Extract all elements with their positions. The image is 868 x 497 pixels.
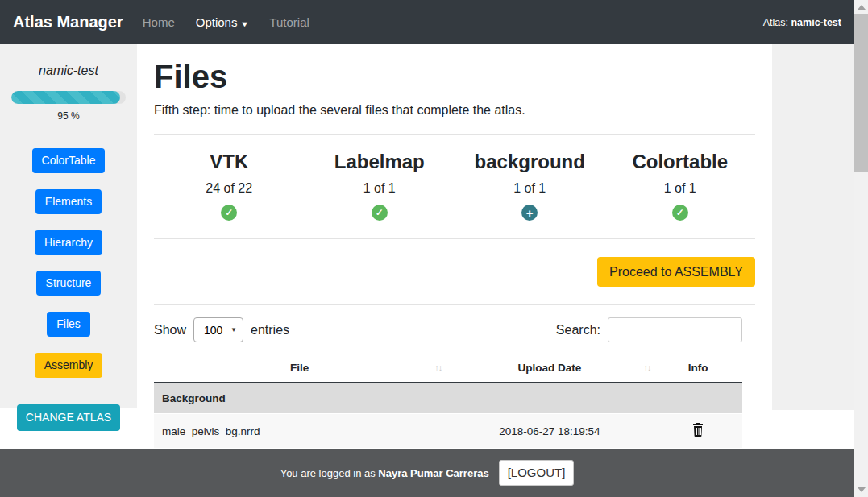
search-input[interactable] <box>608 317 742 342</box>
scroll-up-arrow-icon[interactable] <box>858 5 866 10</box>
sort-icon: ↑↓ <box>643 362 650 372</box>
change-atlas-button[interactable]: CHANGE ATLAS <box>17 404 120 431</box>
trash-icon <box>692 423 704 437</box>
scroll-down-arrow-icon[interactable] <box>858 487 866 492</box>
stat-labelmap: Labelmap 1 of 1 ✓ <box>305 151 455 221</box>
show-label: Show <box>154 323 186 338</box>
file-name-cell: male_pelvis_bg.nrrd <box>154 414 445 449</box>
column-header-file[interactable]: File↑↓ <box>154 354 445 383</box>
login-status-text: You are logged in as Nayra Pumar Carrera… <box>280 467 489 479</box>
stat-count: 1 of 1 <box>605 181 756 196</box>
logout-button[interactable]: [LOGOUT] <box>499 460 575 486</box>
progress-percent-label: 95 % <box>0 110 137 122</box>
progress-bar <box>11 91 126 104</box>
table-group-row-background: Background <box>154 383 742 414</box>
current-atlas-status: Atlas: namic-test <box>763 17 841 28</box>
app-brand[interactable]: Atlas Manager <box>13 13 123 31</box>
stat-count: 1 of 1 <box>305 181 455 196</box>
stat-title: Labelmap <box>305 151 455 173</box>
sidebar-button-elements[interactable]: Elements <box>35 189 102 214</box>
sidebar-button-structure[interactable]: Structure <box>36 271 102 296</box>
delete-file-button[interactable] <box>692 423 704 437</box>
sidebar-divider <box>19 135 118 135</box>
table-row: male_pelvis_bg.nrrd 2018-06-27 18:19:54 <box>154 414 742 449</box>
upload-date-cell: 2018-06-27 18:19:54 <box>445 414 654 449</box>
sort-icon: ↑↓ <box>434 362 442 372</box>
progress-bar-fill <box>11 91 120 104</box>
sidebar-button-hierarchy[interactable]: Hierarchy <box>35 230 102 255</box>
main-content: Files Fifth step: time to upload the sev… <box>137 44 772 479</box>
logged-in-user-name: Nayra Pumar Carreras <box>378 467 488 479</box>
stat-title: background <box>455 151 605 173</box>
page-subtitle: Fifth step: time to upload the several f… <box>154 103 755 118</box>
file-type-stats: VTK 24 of 22 ✓ Labelmap 1 of 1 ✓ backgro… <box>154 135 755 238</box>
stat-count: 1 of 1 <box>455 181 605 196</box>
chevron-down-icon: ▼ <box>240 20 250 28</box>
sidebar-button-files[interactable]: Files <box>47 312 90 337</box>
check-circle-icon: ✓ <box>672 205 688 221</box>
vertical-scrollbar[interactable] <box>854 0 868 497</box>
stat-title: VTK <box>154 151 305 173</box>
divider <box>154 304 755 305</box>
check-circle-icon: ✓ <box>372 205 388 221</box>
stat-colortable: Colortable 1 of 1 ✓ <box>605 151 756 221</box>
sidebar-divider-bottom <box>19 391 118 391</box>
stat-background: background 1 of 1 + <box>455 151 605 221</box>
nav-item-options[interactable]: Options▼ <box>196 15 249 29</box>
table-controls: Show 100 ▼ entries Search: <box>154 317 755 342</box>
stat-vtk: VTK 24 of 22 ✓ <box>154 151 305 221</box>
stat-title: Colortable <box>605 151 756 173</box>
top-navbar: Atlas Manager Home Options▼ Tutorial Atl… <box>0 0 854 44</box>
search-label: Search: <box>556 323 600 338</box>
footer: You are logged in as Nayra Pumar Carrera… <box>0 449 854 497</box>
column-header-info: Info <box>654 354 742 383</box>
scrollbar-thumb[interactable] <box>854 14 868 172</box>
right-spacer-panel <box>772 44 854 410</box>
page-title: Files <box>154 59 755 95</box>
entries-label: entries <box>251 323 289 338</box>
nav-item-home[interactable]: Home <box>143 15 175 29</box>
sidebar: namic-test 95 % ColorTable Elements Hier… <box>0 44 137 408</box>
sidebar-atlas-name: namic-test <box>0 44 137 78</box>
nav-item-tutorial[interactable]: Tutorial <box>269 15 309 29</box>
sidebar-button-colortable[interactable]: ColorTable <box>32 148 106 173</box>
plus-circle-icon[interactable]: + <box>521 205 538 221</box>
check-circle-icon: ✓ <box>221 205 237 221</box>
page-size-select[interactable]: 100 <box>193 317 243 342</box>
column-header-upload-date[interactable]: Upload Date↑↓ <box>445 354 654 383</box>
stat-count: 24 of 22 <box>154 181 305 196</box>
proceed-to-assembly-button[interactable]: Proceed to ASSEMBLY <box>597 257 755 287</box>
sidebar-button-assembly[interactable]: Assembly <box>35 353 103 378</box>
